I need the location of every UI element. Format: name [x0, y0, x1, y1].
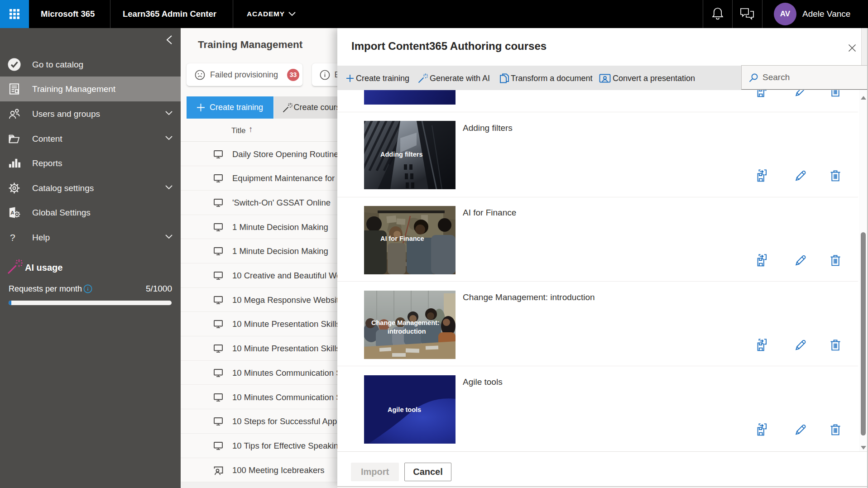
- svg-text:introduction: introduction: [388, 328, 426, 335]
- svg-text:Adding filters: Adding filters: [380, 151, 422, 158]
- svg-text:Agile tools: Agile tools: [388, 406, 421, 413]
- svg-text:AI for Finance: AI for Finance: [380, 235, 424, 242]
- svg-text:A: A: [10, 210, 14, 215]
- svg-text:Change Management:: Change Management:: [371, 319, 440, 326]
